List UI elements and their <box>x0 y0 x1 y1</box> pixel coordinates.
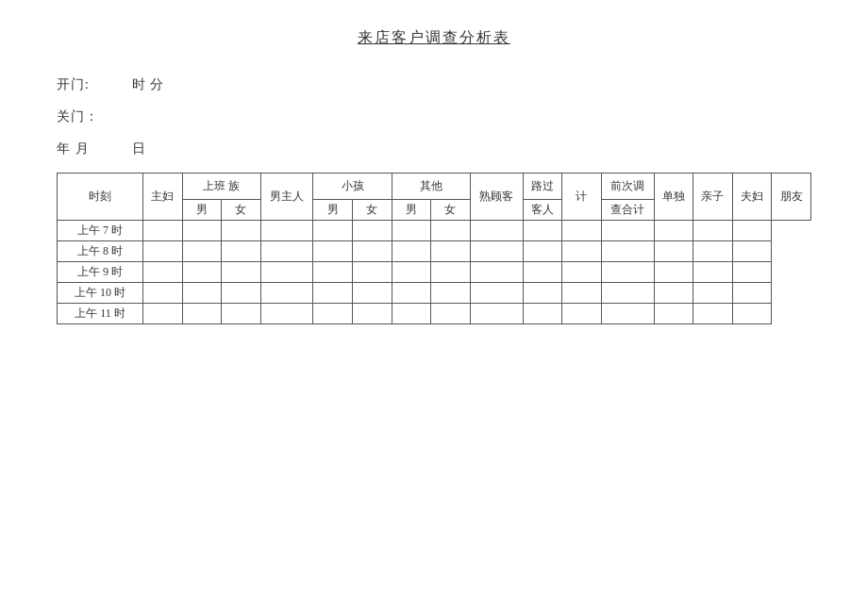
data-cell <box>353 304 392 324</box>
data-cell <box>693 241 733 262</box>
data-cell <box>562 304 602 324</box>
data-cell <box>470 283 523 304</box>
data-cell <box>562 241 602 262</box>
data-cell <box>601 304 654 324</box>
data-cell <box>260 283 313 304</box>
col-header-friends: 朋友 <box>772 174 811 221</box>
title-section: 来店客户调查分析表 <box>57 28 811 48</box>
data-cell <box>182 304 222 324</box>
data-cell <box>732 283 772 304</box>
survey-table: 时刻 主妇 上班 族 男主人 小孩 其他 熟顾客 路过 计 前次调 单独 亲子 … <box>57 173 811 324</box>
data-cell <box>431 221 471 241</box>
close-time-line: 关门： <box>57 108 811 125</box>
open-time: 时 分 <box>132 77 165 91</box>
col-header-other: 其他 <box>392 174 470 200</box>
data-cell <box>654 304 693 324</box>
data-cell <box>470 241 523 262</box>
data-cell <box>142 221 182 241</box>
data-cell <box>260 221 313 241</box>
col-header-other-male: 男 <box>392 200 431 221</box>
data-cell <box>693 221 733 241</box>
data-cell <box>693 283 733 304</box>
data-cell <box>470 262 523 283</box>
data-cell <box>562 283 602 304</box>
meta-section: 开门: 时 分 关门： 年 月 日 <box>57 76 811 157</box>
data-cell <box>260 304 313 324</box>
table-row: 上午 11 时 <box>58 304 811 324</box>
data-cell <box>353 262 392 283</box>
table-header-row1: 时刻 主妇 上班 族 男主人 小孩 其他 熟顾客 路过 计 前次调 单独 亲子 … <box>58 174 811 200</box>
data-cell <box>353 221 392 241</box>
data-cell <box>313 283 353 304</box>
data-cell <box>562 262 602 283</box>
col-header-worker-female: 女 <box>222 200 261 221</box>
data-cell <box>732 221 772 241</box>
open-time-line: 开门: 时 分 <box>57 76 811 93</box>
date-line: 年 月 日 <box>57 141 811 157</box>
col-header-total: 计 <box>562 174 602 221</box>
data-cell <box>142 262 182 283</box>
data-cell <box>523 262 562 283</box>
col-header-child: 小孩 <box>313 174 392 200</box>
data-cell <box>392 241 431 262</box>
data-cell <box>654 283 693 304</box>
data-cell <box>313 221 353 241</box>
data-cell <box>222 262 261 283</box>
data-cell <box>392 283 431 304</box>
time-cell: 上午 9 时 <box>58 262 143 283</box>
open-label: 开门: <box>57 77 90 91</box>
col-header-child-female: 女 <box>353 200 392 221</box>
col-header-regular: 熟顾客 <box>470 174 523 221</box>
data-cell <box>260 241 313 262</box>
data-cell <box>431 241 471 262</box>
data-cell <box>732 262 772 283</box>
col-header-prev: 前次调 <box>601 174 654 200</box>
time-cell: 上午 11 时 <box>58 304 143 324</box>
data-cell <box>431 262 471 283</box>
col-header-worker-male: 男 <box>182 200 222 221</box>
data-cell <box>601 241 654 262</box>
col-header-time: 时刻 <box>58 174 143 221</box>
col-header-other-female: 女 <box>431 200 471 221</box>
data-cell <box>470 304 523 324</box>
data-cell <box>470 221 523 241</box>
time-cell: 上午 10 时 <box>58 283 143 304</box>
data-cell <box>142 241 182 262</box>
col-header-child-male: 男 <box>313 200 353 221</box>
data-cell <box>562 221 602 241</box>
data-cell <box>732 241 772 262</box>
data-cell <box>313 304 353 324</box>
col-header-couple: 夫妇 <box>732 174 772 221</box>
data-cell <box>693 304 733 324</box>
data-cell <box>601 221 654 241</box>
col-header-passing-person: 客人 <box>523 200 562 221</box>
data-cell <box>222 221 261 241</box>
data-cell <box>523 283 562 304</box>
col-header-housewife: 主妇 <box>142 174 182 221</box>
data-cell <box>142 304 182 324</box>
date-label: 年 月 <box>57 141 90 156</box>
table-body: 上午 7 时 <box>58 221 811 324</box>
table-row: 上午 10 时 <box>58 283 811 304</box>
col-header-worker: 上班 族 <box>182 174 260 200</box>
page-title: 来店客户调查分析表 <box>358 29 510 45</box>
data-cell <box>182 262 222 283</box>
col-header-husband: 男主人 <box>260 174 313 221</box>
data-cell <box>182 283 222 304</box>
data-cell <box>654 262 693 283</box>
time-cell: 上午 7 时 <box>58 221 143 241</box>
data-cell <box>142 283 182 304</box>
table-row: 上午 8 时 <box>58 241 811 262</box>
data-cell <box>523 241 562 262</box>
data-cell <box>601 262 654 283</box>
col-header-prev-subtotal: 查合计 <box>601 200 654 221</box>
data-cell <box>222 283 261 304</box>
table-row: 上午 7 时 <box>58 221 811 241</box>
data-cell <box>523 221 562 241</box>
data-cell <box>353 283 392 304</box>
data-cell <box>654 221 693 241</box>
data-cell <box>431 304 471 324</box>
table-section: 时刻 主妇 上班 族 男主人 小孩 其他 熟顾客 路过 计 前次调 单独 亲子 … <box>57 173 811 324</box>
data-cell <box>182 241 222 262</box>
data-cell <box>523 304 562 324</box>
